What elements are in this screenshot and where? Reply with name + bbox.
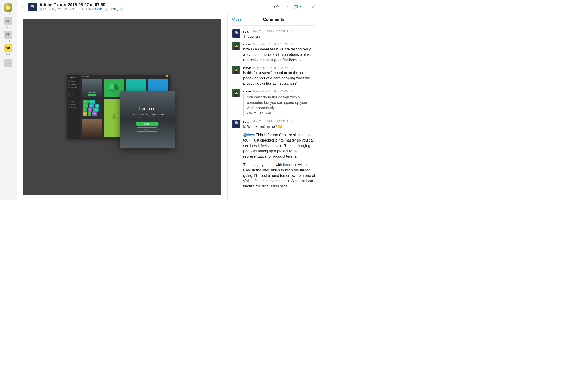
- svg-rect-9: [234, 34, 238, 37]
- comment-author[interactable]: dave: [243, 89, 251, 93]
- svg-rect-13: [234, 47, 238, 50]
- workspace-item-2[interactable]: PC ⌘2: [4, 17, 12, 29]
- workspace-shortcut: ⌘2: [6, 26, 10, 29]
- comment-avatar[interactable]: [232, 89, 241, 98]
- file-timestamp: May 7th, 2015 at 7:50 PM: [50, 7, 87, 11]
- plus-icon: +: [4, 59, 12, 67]
- comment-count-button[interactable]: 7: [293, 4, 302, 9]
- star-icon[interactable]: [290, 119, 293, 123]
- star-icon[interactable]: [21, 4, 26, 9]
- workspace-letters-icon: PP: [4, 31, 12, 39]
- svg-rect-20: [235, 69, 236, 69]
- hero-body: Donec id elit non gravida at eget metus.…: [130, 113, 164, 118]
- svg-rect-14: [235, 45, 236, 46]
- inline-link[interactable]: lorem.co: [283, 163, 297, 167]
- file-title: Adobe Export 2015-05-07 at 07.50: [40, 2, 123, 7]
- more-icon[interactable]: [284, 4, 289, 9]
- comment-text: Thoughts?: [243, 34, 315, 39]
- workspace-shortcut: ⌘1: [6, 12, 10, 15]
- pie-chart-icon: [109, 84, 119, 93]
- channel-link-critique[interactable]: critique: [92, 7, 103, 11]
- file-header: Adobe Export 2015-05-07 at 07.50 ryan • …: [17, 0, 320, 14]
- channel-link-relay[interactable]: relay: [111, 7, 118, 11]
- comment-avatar[interactable]: [232, 119, 241, 128]
- mock-avatar-dot: [166, 75, 168, 77]
- comment-item: daveMay 7th, 2015 at 8:22 PMis this for …: [232, 66, 315, 86]
- close-panel-button[interactable]: Close: [232, 17, 242, 22]
- svg-rect-12: [235, 44, 238, 45]
- comment-author[interactable]: ryan: [243, 29, 251, 33]
- workspace-avatar-icon: [4, 3, 12, 12]
- mock-hero: lorem.co Donec id elit non gravida at eg…: [120, 91, 175, 148]
- comment-item: daveMay 7th, 2015 at 8:32 PMYou can't do…: [232, 89, 315, 116]
- comment-time: May 7th, 2015 at 7:50 PM: [252, 30, 288, 33]
- workspace-item-3[interactable]: PP ⌘3: [4, 31, 12, 42]
- star-icon[interactable]: [290, 89, 294, 93]
- comment-time: May 7th, 2015 at 8:22 PM: [253, 66, 288, 69]
- image-viewer[interactable]: Waybury #general #design #ios-plans #sla…: [17, 14, 227, 200]
- comment-avatar[interactable]: [232, 29, 241, 38]
- svg-point-3: [285, 6, 285, 7]
- svg-point-8: [235, 31, 238, 34]
- svg-rect-30: [234, 124, 238, 127]
- image-canvas: Waybury #general #design #ios-plans #sla…: [23, 19, 221, 194]
- svg-rect-19: [234, 71, 238, 74]
- download-icon[interactable]: [274, 4, 279, 9]
- comment-author[interactable]: dave: [243, 42, 251, 46]
- svg-point-29: [235, 121, 238, 124]
- remove-channel-icon[interactable]: ✕: [104, 8, 108, 11]
- hero-secondary-button: SIGN IN: [136, 127, 159, 132]
- mention-link[interactable]: @dave: [243, 133, 255, 137]
- svg-rect-24: [235, 91, 238, 92]
- workspace-shortcut: ⌘3: [6, 39, 10, 42]
- star-icon[interactable]: [290, 29, 293, 33]
- comment-text: Is Wim a real name? 🙂: [243, 124, 315, 129]
- batman-icon: [4, 44, 12, 52]
- comment-time: May 7th, 2015 at 8:32 PM: [253, 90, 288, 93]
- add-workspace-button[interactable]: +: [4, 59, 12, 67]
- star-icon[interactable]: [290, 42, 294, 46]
- comment-item: daveMay 7th, 2015 at 8:21 PMnow I can ne…: [232, 42, 315, 63]
- svg-rect-2: [31, 7, 35, 10]
- comment-item: ryanMay 7th, 2015 at 7:50 PMThoughts?: [232, 29, 315, 39]
- svg-rect-18: [235, 68, 238, 69]
- svg-rect-15: [237, 45, 238, 46]
- svg-point-5: [287, 6, 288, 7]
- close-icon[interactable]: [311, 5, 316, 9]
- remove-channel-icon[interactable]: ✕: [120, 8, 123, 11]
- star-icon[interactable]: [290, 66, 294, 70]
- in-word: in: [88, 7, 91, 11]
- mock-design: Waybury #general #design #ios-plans #sla…: [67, 75, 177, 139]
- divider: [306, 4, 306, 10]
- comment-time: May 7th, 2015 at 8:52 PM: [252, 120, 288, 123]
- workspace-letters-icon: PC: [4, 17, 12, 25]
- svg-point-4: [286, 6, 287, 7]
- svg-rect-26: [235, 92, 236, 93]
- comment-icon: [293, 4, 298, 9]
- file-meta: ryan • May 7th, 2015 at 7:50 PM in criti…: [40, 7, 123, 11]
- comment-author[interactable]: ryan: [243, 119, 251, 123]
- comment-quote: You can't do better design with a comput…: [243, 94, 315, 116]
- comment-avatar[interactable]: [232, 66, 241, 74]
- comment-text: now I can never tell if we are testing r…: [243, 47, 315, 63]
- microphone-icon: [111, 113, 117, 123]
- hero-title: lorem.co: [139, 106, 156, 111]
- workspace-shortcut: ⌘4: [6, 53, 10, 56]
- comment-avatar[interactable]: [232, 42, 241, 50]
- comment-count-value: 7: [299, 4, 302, 9]
- author-name[interactable]: ryan: [40, 7, 46, 11]
- workspace-item-1[interactable]: ⌘1: [4, 3, 12, 15]
- comment-item: ryanMay 7th, 2015 at 8:52 PMIs Wim a rea…: [232, 119, 315, 189]
- workspace-rail: ⌘1 PC ⌘2 PP ⌘3 ⌘4 +: [0, 0, 17, 200]
- svg-rect-27: [237, 92, 238, 93]
- comment-text: The image you see with lorem.co will be …: [243, 162, 315, 189]
- comment-author[interactable]: dave: [243, 66, 251, 70]
- comments-list[interactable]: ryanMay 7th, 2015 at 7:50 PMThoughts?dav…: [228, 26, 320, 200]
- panel-title: Comments: [263, 17, 284, 22]
- mock-brand: Waybury: [68, 76, 78, 78]
- comment-time: May 7th, 2015 at 8:21 PM: [253, 42, 288, 46]
- workspace-item-4[interactable]: ⌘4: [4, 44, 12, 56]
- author-avatar[interactable]: [28, 3, 37, 11]
- comment-text: is this for a specific section on the to…: [243, 70, 315, 86]
- comment-text: @dave This is for the Capture slide in t…: [243, 132, 315, 159]
